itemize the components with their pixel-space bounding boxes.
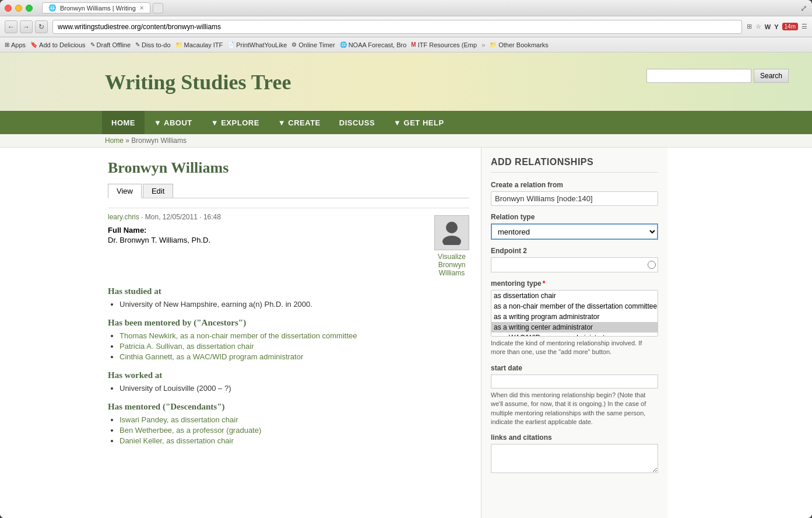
nav-about[interactable]: ▼ ABOUT	[145, 111, 202, 134]
bookmark-diss[interactable]: ✎ Diss to-do	[135, 41, 171, 48]
tab-view[interactable]: View	[108, 184, 142, 198]
bookmark-icon[interactable]: ⊞	[747, 23, 752, 30]
list-item: University of Louisville (2000 – ?)	[119, 384, 469, 393]
page-content: Writing Studies Tree Search HOME ▼ ABOUT…	[0, 52, 812, 518]
back-button[interactable]: ←	[5, 20, 17, 33]
nav-create[interactable]: ▼ CREATE	[269, 111, 330, 134]
list-item[interactable]: Iswari Pandey, as dissertation chair	[119, 415, 469, 424]
nav-home[interactable]: HOME	[102, 111, 145, 134]
ancestor-link-2[interactable]: Patricia A. Sullivan, as dissertation ch…	[119, 342, 254, 351]
list-item: University of New Hampshire, earning a(n…	[119, 300, 469, 309]
links-label: links and citations	[491, 433, 658, 442]
bookmark-itf[interactable]: M ITF Resources (Emp	[411, 41, 477, 48]
expand-icon[interactable]: ⤢	[800, 4, 807, 13]
tab-bar: 🌐 Bronwyn Williams | Writing ✕ ⤢	[42, 2, 807, 13]
delicious-icon: 🔖	[30, 41, 37, 48]
timer-icon: ⚙	[291, 41, 297, 48]
descendant-link-1[interactable]: Iswari Pandey, as dissertation chair	[119, 415, 238, 424]
bookmark-noaa[interactable]: 🌐 NOAA Forecast, Bro	[340, 41, 407, 48]
reload-button[interactable]: ↻	[35, 20, 48, 33]
nav-get-help[interactable]: ▼ GET HELP	[384, 111, 454, 134]
bookmark-noaa-label: NOAA Forecast, Bro	[349, 41, 407, 48]
visualize-link[interactable]: Visualize Bronwyn Williams	[434, 253, 469, 277]
bookmark-timer-label: Online Timer	[298, 41, 335, 48]
list-item[interactable]: Daniel Keller, as dissertation chair	[119, 436, 469, 445]
bookmark-delicious[interactable]: 🔖 Add to Delicious	[30, 41, 86, 48]
list-item[interactable]: Ben Wetherbee, as a professor (graduate)	[119, 426, 469, 435]
page-title: Bronwyn Williams	[108, 159, 469, 177]
svg-point-1	[442, 236, 461, 245]
minimize-button[interactable]	[15, 5, 22, 12]
endpoint2-label: Endpoint 2	[491, 247, 658, 255]
relation-type-label: Relation type	[491, 213, 658, 221]
mentoring-type-label: mentoring type*	[491, 279, 658, 288]
descendant-link-3[interactable]: Daniel Keller, as dissertation chair	[119, 436, 234, 445]
full-name-value: Dr. Bronwyn T. Williams, Ph.D.	[108, 236, 423, 244]
tab-favicon: 🌐	[48, 4, 57, 12]
main-content: Bronwyn Williams View Edit leary.chris ·…	[102, 148, 481, 518]
author-link[interactable]: leary.chris	[108, 213, 139, 221]
mentoring-option-5: as a WAC/WID program administrator	[491, 332, 658, 337]
main-layout: Bronwyn Williams View Edit leary.chris ·…	[0, 148, 812, 518]
endpoint2-radio[interactable]	[648, 261, 656, 269]
nav-explore[interactable]: ▼ EXPLORE	[202, 111, 269, 134]
title-bar: 🌐 Bronwyn Williams | Writing ✕ ⤢	[0, 0, 812, 16]
mentoring-option-1: as dissertation chair	[491, 290, 658, 301]
list-item[interactable]: Cinthia Gannett, as a WAC/WID program ad…	[119, 352, 469, 361]
bookmark-apps[interactable]: ⊞ Apps	[5, 41, 26, 48]
right-sidebar: ADD RELATIONSHIPS Create a relation from…	[481, 148, 667, 518]
start-date-input[interactable]	[491, 374, 658, 388]
tab-close-icon[interactable]: ✕	[139, 5, 144, 11]
search-input[interactable]	[646, 69, 751, 83]
bookmark-draft-label: Draft Offline	[97, 41, 131, 48]
forward-button[interactable]: →	[20, 20, 33, 33]
section-ancestors-list: Thomas Newkirk, as a non-chair member of…	[119, 331, 469, 361]
links-textarea[interactable]	[491, 444, 658, 473]
search-area: Search	[646, 69, 789, 83]
breadcrumb-home[interactable]: Home	[105, 136, 124, 145]
list-item[interactable]: Thomas Newkirk, as a non-chair member of…	[119, 331, 469, 340]
mentoring-type-listbox[interactable]: as dissertation chair as a non-chair mem…	[491, 290, 658, 337]
breadcrumb-separator: »	[124, 136, 131, 145]
bookmark-print[interactable]: 📄 PrintWhatYouLike	[227, 41, 287, 48]
post-date: · Mon, 12/05/2011 · 16:48	[141, 213, 221, 221]
endpoint2-input-wrap	[491, 257, 658, 272]
search-button[interactable]: Search	[754, 69, 789, 83]
bookmark-draft[interactable]: ✎ Draft Offline	[90, 41, 131, 48]
svg-point-0	[446, 222, 458, 233]
section-studied-at-list: University of New Hampshire, earning a(n…	[119, 300, 469, 309]
tab-edit[interactable]: Edit	[143, 184, 173, 198]
active-tab[interactable]: 🌐 Bronwyn Williams | Writing ✕	[42, 2, 150, 13]
endpoint2-input[interactable]	[491, 257, 658, 272]
browser-window: 🌐 Bronwyn Williams | Writing ✕ ⤢ ← → ↻ ⊞…	[0, 0, 812, 518]
new-tab-button[interactable]	[153, 3, 163, 13]
relation-type-select[interactable]: mentored advised collaborated with studi…	[491, 223, 658, 240]
print-icon: 📄	[227, 41, 234, 48]
bookmark-other[interactable]: 📁 Other Bookmarks	[490, 41, 549, 48]
close-button[interactable]	[5, 5, 12, 12]
profile-info: leary.chris · Mon, 12/05/2011 · 16:48 Fu…	[108, 213, 423, 277]
site-header: Writing Studies Tree Search	[0, 52, 812, 111]
star-icon[interactable]: ☆	[755, 23, 761, 30]
ancestor-link-3[interactable]: Cinthia Gannett, as a WAC/WID program ad…	[119, 352, 303, 361]
apps-icon: ⊞	[5, 41, 9, 48]
left-margin	[0, 148, 102, 518]
mentoring-help: Indicate the kind of mentoring relations…	[491, 339, 658, 357]
nav-discuss[interactable]: DISCUSS	[330, 111, 384, 134]
menu-icon[interactable]: ☰	[802, 23, 807, 30]
section-worked-at-heading: Has worked at	[108, 370, 469, 380]
ancestor-link-1[interactable]: Thomas Newkirk, as a non-chair member of…	[119, 331, 357, 340]
bookmark-timer[interactable]: ⚙ Online Timer	[291, 41, 335, 48]
add-relationships-title: ADD RELATIONSHIPS	[491, 157, 658, 173]
y-icon[interactable]: Y	[774, 23, 778, 30]
nav-bar: ← → ↻ ⊞ ☆ W Y 14m ☰	[0, 16, 812, 37]
address-bar[interactable]	[52, 20, 742, 34]
descendant-link-2[interactable]: Ben Wetherbee, as a professor (graduate)	[119, 426, 261, 435]
breadcrumb: Home » Bronwyn Williams	[0, 134, 812, 148]
bookmark-macaulay[interactable]: 📁 Macaulay ITF	[175, 41, 223, 48]
w-icon[interactable]: W	[765, 23, 771, 30]
maximize-button[interactable]	[26, 5, 33, 12]
profile-area: leary.chris · Mon, 12/05/2011 · 16:48 Fu…	[108, 213, 469, 277]
list-item[interactable]: Patricia A. Sullivan, as dissertation ch…	[119, 342, 469, 351]
other-bookmarks-icon: 📁	[490, 41, 497, 48]
